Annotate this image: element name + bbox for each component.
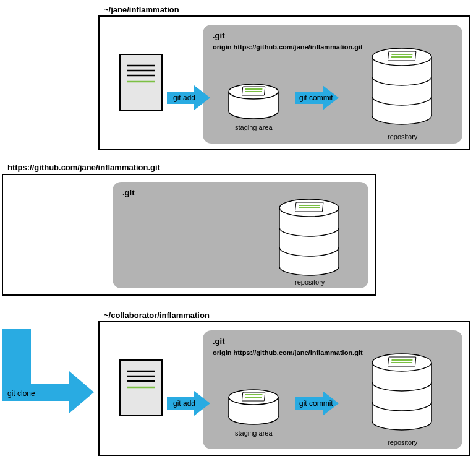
git-add-label: git add (173, 93, 195, 102)
collab-staging-area-icon (229, 390, 278, 424)
collab-git-commit-label: git commit (299, 399, 333, 408)
git-clone-arrow: git clone (2, 329, 94, 413)
git-commit-label: git commit (299, 93, 333, 102)
github-repository-label: repository (295, 278, 325, 286)
github-url-label: https://github.com/jane/inflammation.git (7, 163, 161, 172)
collab-working-file-icon (120, 360, 162, 416)
panel-jane-local: ~/jane/inflammation .git origin https://… (99, 5, 470, 150)
repository-icon (372, 48, 431, 124)
panel-collaborator-local: ~/collaborator/inflammation .git origin … (99, 311, 470, 455)
github-repository-icon (279, 199, 339, 275)
collab-repository-icon (372, 354, 431, 430)
collab-staging-area-label: staging area (235, 429, 273, 437)
jane-origin-label: origin https://github.com/jane/inflammat… (213, 43, 363, 51)
staging-area-label: staging area (235, 124, 273, 131)
collab-git-add-label: git add (173, 399, 195, 408)
github-git-label: .git (122, 188, 135, 197)
panel-github-remote: https://github.com/jane/inflammation.git… (2, 163, 375, 295)
git-clone-label: git clone (7, 389, 35, 398)
collab-path-label: ~/collaborator/inflammation (104, 311, 210, 320)
jane-path-label: ~/jane/inflammation (104, 5, 179, 14)
collab-repository-label: repository (388, 439, 418, 446)
staging-area-icon (229, 84, 278, 119)
working-file-icon (120, 54, 162, 110)
jane-git-label: .git (213, 31, 225, 40)
collab-git-label: .git (213, 337, 225, 346)
collab-origin-label: origin https://github.com/jane/inflammat… (213, 349, 363, 356)
repository-label: repository (388, 133, 418, 140)
